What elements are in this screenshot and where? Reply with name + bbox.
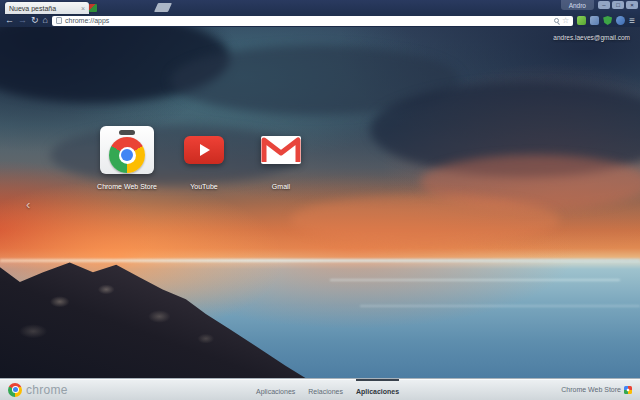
close-button[interactable]: × (626, 1, 638, 9)
previous-page-arrow[interactable]: ‹ (26, 197, 30, 212)
app-icon-area (100, 122, 154, 178)
store-link-label[interactable]: Chrome Web Store (561, 386, 621, 393)
extension-icon-4[interactable] (616, 16, 625, 25)
home-icon[interactable]: ⌂ (43, 16, 48, 25)
app-icon-area (184, 122, 224, 178)
footer-bar: chrome Aplicaciones Relaciones Aplicacio… (0, 378, 640, 400)
window-controls: – □ × (598, 1, 638, 9)
reload-icon[interactable]: ↻ (31, 16, 39, 25)
footer-nav: Aplicaciones Relaciones Aplicaciones (256, 379, 399, 400)
footer-nav-aplicaciones-2[interactable]: Aplicaciones (356, 379, 399, 400)
app-gmail[interactable]: Gmail (248, 122, 314, 190)
gmail-icon[interactable] (260, 135, 302, 165)
chrome-web-store-mini-icon (624, 386, 632, 394)
wallpaper-water-streak (330, 279, 620, 281)
app-youtube[interactable]: YouTube (171, 122, 237, 190)
wallpaper-water-streak (360, 305, 640, 307)
chrome-web-store-link[interactable]: Chrome Web Store (561, 379, 632, 400)
maximize-button[interactable]: □ (612, 1, 624, 9)
chrome-logo-ring (119, 147, 136, 164)
toolbar: ← → ↻ ⌂ chrome://apps ☆ ≡ (0, 14, 640, 27)
wallpaper-horizon (0, 259, 640, 262)
app-label[interactable]: Gmail (272, 183, 290, 190)
footer-nav-relaciones[interactable]: Relaciones (308, 379, 343, 400)
wallpaper-rocky-shore (0, 255, 332, 378)
tab-active[interactable]: Nueva pestaña × (5, 2, 89, 14)
extension-icon-1[interactable] (577, 16, 586, 25)
bag-handle-slot (119, 130, 135, 135)
chrome-logo-ring (12, 386, 19, 393)
chrome-logo-core (13, 387, 18, 392)
address-bar[interactable]: chrome://apps ☆ (52, 16, 573, 26)
minimize-button[interactable]: – (598, 1, 610, 9)
chrome-logo-core (121, 149, 133, 161)
app-label[interactable]: YouTube (190, 183, 218, 190)
url-text[interactable]: chrome://apps (65, 17, 551, 24)
wallpaper-lit-cloud (290, 195, 560, 245)
new-tab-page: andres.laeves@gmail.com ‹ Chrome Web Sto… (0, 27, 640, 378)
zoom-icon[interactable] (554, 18, 559, 23)
profile-badge[interactable]: Andro (561, 0, 594, 10)
app-label[interactable]: Chrome Web Store (97, 183, 157, 190)
youtube-icon[interactable] (184, 136, 224, 164)
footer-nav-aplicaciones-1[interactable]: Aplicaciones (256, 379, 295, 400)
play-icon (200, 144, 210, 156)
forward-icon[interactable]: → (18, 16, 27, 25)
pinned-tab-favicon[interactable] (89, 4, 97, 12)
chrome-wordmark: chrome (26, 383, 68, 397)
account-email[interactable]: andres.laeves@gmail.com (553, 34, 630, 41)
chrome-brand: chrome (8, 383, 68, 397)
app-icon-area (260, 122, 302, 178)
page-icon (56, 17, 62, 24)
back-icon[interactable]: ← (5, 16, 14, 25)
browser-frame: Nueva pestaña × Andro – □ × ← → ↻ ⌂ chro… (0, 0, 640, 27)
app-chrome-web-store[interactable]: Chrome Web Store (94, 122, 160, 190)
chrome-logo-icon (8, 383, 22, 397)
extension-icon-2[interactable] (590, 16, 599, 25)
chrome-web-store-icon[interactable] (100, 126, 154, 174)
browser-window: Nueva pestaña × Andro – □ × ← → ↻ ⌂ chro… (0, 0, 640, 400)
chrome-menu-icon[interactable]: ≡ (629, 16, 635, 25)
tab-title: Nueva pestaña (9, 5, 78, 12)
tab-close-icon[interactable]: × (81, 5, 85, 12)
chrome-logo-icon (109, 137, 145, 173)
bookmark-star-icon[interactable]: ☆ (562, 17, 569, 25)
extension-shield-icon[interactable] (603, 16, 612, 25)
new-tab-button[interactable] (154, 3, 172, 12)
apps-grid: Chrome Web Store YouTube Gmail (94, 122, 314, 190)
